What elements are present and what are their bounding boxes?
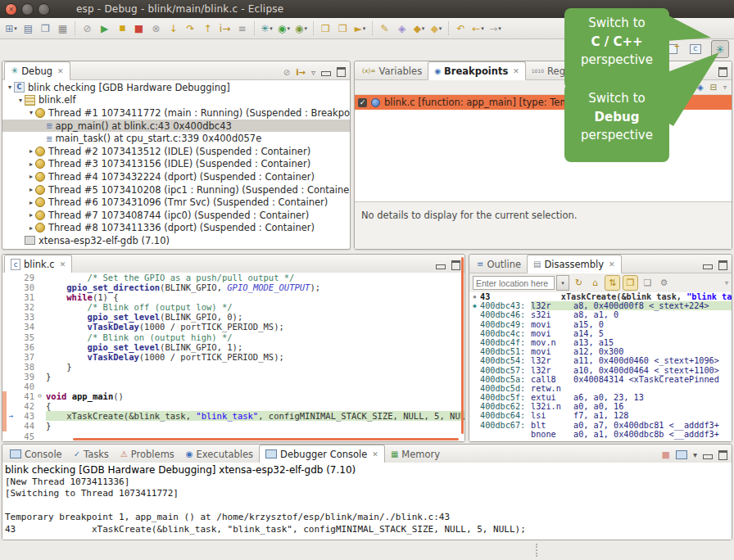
home-icon[interactable]: ⌂: [588, 276, 602, 290]
close-icon[interactable]: ✕: [513, 67, 519, 75]
tab-console[interactable]: Console: [4, 445, 68, 463]
close-icon[interactable]: ✕: [57, 67, 64, 75]
code-line[interactable]: 44}: [2, 421, 464, 431]
maximize-view-icon[interactable]: [718, 450, 727, 460]
code-line[interactable]: 34 vTaskDelay(1000 / portTICK_PERIOD_MS)…: [2, 322, 464, 332]
debug-tree-item[interactable]: ▾blink.elf: [2, 94, 350, 107]
debug-tree-item[interactable]: ▸Thread #8 1073411336 (dport) (Suspended…: [2, 222, 350, 235]
expand-arrow-icon[interactable]: ▾: [27, 109, 35, 116]
suspend-icon[interactable]: ▮▮: [113, 20, 130, 37]
step-return-icon[interactable]: ↑: [199, 20, 216, 37]
disassembly-row[interactable]: 400dbc67:blta0, a7, 0x400dbc81 <__adddf3…: [469, 421, 732, 430]
instruction-stepping-icon[interactable]: i→: [216, 20, 233, 37]
maximize-view-icon[interactable]: [337, 67, 346, 77]
debug-tree-item[interactable]: ▸Thread #6 1073431096 (Tmr Svc) (Suspend…: [2, 196, 350, 209]
code-line[interactable]: →43 xTaskCreate(&blink_task, "blink_task…: [2, 411, 464, 421]
code-line[interactable]: 29 /* Set the GPIO as a push/pull output…: [2, 273, 464, 282]
last-edit-icon[interactable]: ↶: [452, 20, 469, 37]
location-input[interactable]: [473, 276, 555, 290]
paintbrush-icon[interactable]: ✎: [376, 20, 393, 37]
external-tools-icon[interactable]: ◉▾: [292, 20, 310, 37]
tab-debugger-console[interactable]: Debugger Console ✕: [259, 445, 385, 463]
minimize-view-icon[interactable]: [436, 264, 446, 269]
expand-arrow-icon[interactable]: ▸: [27, 186, 35, 193]
new-view-icon[interactable]: ❏: [641, 276, 655, 290]
resume-icon[interactable]: ▶: [96, 20, 113, 37]
code-line[interactable]: 37 vTaskDelay(1000 / portTICK_PERIOD_MS)…: [2, 352, 464, 362]
expand-arrow-icon[interactable]: ▸: [27, 224, 35, 232]
sync-selection-icon[interactable]: ⇅: [605, 275, 620, 291]
forward-icon[interactable]: →▾: [487, 20, 504, 37]
tab-blink-c[interactable]: c blink.c ✕: [4, 255, 72, 273]
tab-problems[interactable]: ⚠ Problems: [115, 445, 180, 463]
disassembly-row[interactable]: 400dbc5f:extuia6, a0, 23, 13: [469, 393, 732, 402]
step-into-icon[interactable]: ↓: [165, 20, 182, 37]
console-dropdown-icon[interactable]: ▾: [693, 450, 697, 459]
tab-disassembly[interactable]: ▤ Disassembly ✕: [527, 255, 622, 273]
save-icon[interactable]: ▤: [20, 20, 37, 37]
mark-occurrences-icon[interactable]: ◈: [393, 20, 410, 37]
display-console-icon[interactable]: [676, 450, 687, 459]
flash-icon[interactable]: ►▾: [351, 20, 369, 37]
code-line[interactable]: 35 /* Blink on (output high) */: [2, 332, 464, 342]
save-all-icon[interactable]: ❐: [37, 20, 54, 37]
tab-memory[interactable]: ▦ Memory: [385, 445, 446, 463]
code-line[interactable]: 30 gpio_set_direction(BLINK_GPIO, GPIO_M…: [2, 282, 464, 292]
minimize-view-icon[interactable]: [703, 264, 713, 269]
instruction-stepping-toggle-icon[interactable]: i→: [296, 68, 306, 77]
disassembly-row[interactable]: 400dbc46:s32ia8, a1, 0: [469, 310, 732, 319]
location-dropdown-icon[interactable]: ▾: [556, 275, 569, 291]
minimize-view-icon[interactable]: [703, 454, 713, 459]
disassembly-row[interactable]: 400dbc49:movia15, 0: [469, 320, 732, 329]
refresh-icon[interactable]: ↻: [572, 276, 586, 290]
pin-console-icon[interactable]: ◆▾: [428, 20, 445, 37]
new-wizard-icon[interactable]: ⊞▾: [2, 20, 20, 37]
open-project-icon[interactable]: ❐: [334, 20, 351, 37]
disassembly-row[interactable]: 400dbc51:movia12, 0x300: [469, 347, 732, 356]
disassembly-row[interactable]: 400dbc5a:call80x40084314 <xTaskCreatePin…: [469, 375, 732, 384]
code-line[interactable]: 33 gpio_set_level(BLINK_GPIO, 0);: [2, 312, 464, 322]
expand-arrow-icon[interactable]: ▾: [16, 97, 25, 104]
show-paths-icon[interactable]: ≡: [233, 20, 251, 37]
expand-arrow-icon[interactable]: ▸: [27, 211, 35, 219]
disassembly-row[interactable]: ◆400dbc43:l32ra8, 0x400d00f8 <_stext+224…: [469, 301, 732, 310]
remove-terminated-icon[interactable]: ⊘: [283, 68, 290, 77]
disassembly-row[interactable]: 400dbc64:lsif7, a1, 128: [469, 411, 732, 420]
expand-arrow-icon[interactable]: ▸: [27, 173, 35, 180]
view-menu-icon[interactable]: ▿: [311, 68, 315, 77]
debug-tree-item[interactable]: ≡app_main() at blink.c:43 0x400dbc43: [2, 120, 350, 133]
status-grip[interactable]: [536, 544, 537, 557]
maximize-window-button[interactable]: [38, 3, 50, 16]
track-expression-icon[interactable]: ❐: [623, 275, 638, 291]
disassembly-listing[interactable]: ▪43 xTaskCreate(&blink_task, "blink_tas◆…: [469, 292, 732, 441]
debug-launch-icon[interactable]: ✳▾: [258, 20, 275, 37]
code-line[interactable]: 38 }: [2, 362, 464, 372]
close-icon[interactable]: ✕: [60, 260, 66, 269]
maximize-view-icon[interactable]: [718, 67, 727, 77]
maximize-view-icon[interactable]: [718, 260, 727, 270]
editor-horizontal-scrollbar[interactable]: [73, 438, 459, 440]
disassembly-source-line[interactable]: ▪43 xTaskCreate(&blink_task, "blink_tas: [469, 292, 732, 301]
tab-variables[interactable]: (x)= Variables: [356, 62, 428, 79]
settings-icon[interactable]: ⚙: [657, 276, 671, 290]
code-line[interactable]: 42{: [2, 401, 464, 411]
tab-outline[interactable]: ≡ Outline: [471, 255, 527, 273]
terminate-console-icon[interactable]: ■: [662, 449, 670, 460]
disassembly-row[interactable]: 400dbc57:l32ra10, 0x400d0464 <_stext+110…: [469, 366, 732, 375]
editor-vertical-scrollbar[interactable]: [461, 257, 464, 434]
debug-tree-item[interactable]: ▸Thread #3 1073413156 (IDLE) (Suspended …: [2, 158, 350, 171]
breakpoint-row[interactable]: ✓ blink.c [function: app_main] [type: Te…: [355, 95, 732, 110]
maximize-view-icon[interactable]: [451, 260, 460, 270]
code-line[interactable]: 32 /* Blink off (output low) */: [2, 302, 464, 312]
expand-arrow-icon[interactable]: ▾: [6, 84, 14, 91]
disassembly-row[interactable]: 400dbc54:l32ra11, 0x400d0460 <_stext+109…: [469, 356, 732, 365]
disassembly-row[interactable]: 400dbc5d:retw.n: [469, 384, 732, 393]
debug-tree-item[interactable]: ▸Thread #4 1073432224 (dport) (Suspended…: [2, 170, 350, 183]
pin-editor-icon[interactable]: ◆▾: [410, 20, 428, 37]
code-line[interactable]: 39}: [2, 372, 464, 382]
step-over-icon[interactable]: ↷: [182, 20, 199, 37]
debugger-console-output[interactable]: blink checking [GDB Hardware Debugging] …: [2, 463, 732, 540]
fold-collapse-icon[interactable]: ⊖: [38, 391, 46, 401]
minimize-view-icon[interactable]: [321, 71, 331, 76]
view-menu-icon[interactable]: ▿: [725, 279, 728, 287]
